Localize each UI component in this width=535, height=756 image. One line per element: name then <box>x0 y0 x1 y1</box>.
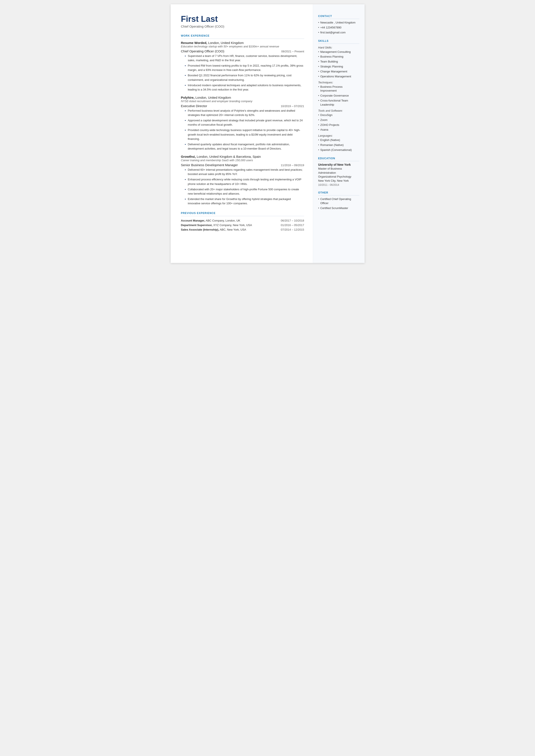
bullet-item-0-3: Introduced modern operational techniques… <box>185 83 304 92</box>
sidebar: CONTACT Newcastle , United Kingdom+44 12… <box>313 4 365 263</box>
company-name-1: Polyhire, London, United Kingdom <box>181 96 304 99</box>
skills-container: Hard Skills:Management ConsultingBusines… <box>318 46 359 152</box>
prev-exp-row-1: Department Supervisor, XYZ Company, New … <box>181 223 304 227</box>
job-dates-2: 11/2018 – 09/2019 <box>281 164 304 167</box>
job-dates-1: 10/2019 – 07/2021 <box>281 104 304 108</box>
bullet-item-2-2: Collaborated with 20+ major stakeholders… <box>185 187 304 196</box>
skills-category-label: Tools and Software: <box>318 109 359 112</box>
resume-page: First Last Chief Operating Officer (COO)… <box>171 4 365 263</box>
other-item-1: Certified ScrumMaster <box>318 206 359 210</box>
company-tagline-2: Career training and membership SaaS with… <box>181 159 304 162</box>
skills-section-title: SKILLS <box>318 40 359 44</box>
edu-school-0: University of New York <box>318 163 359 166</box>
bullet-item-2-3: Extended the market share for Growthsi b… <box>185 197 304 206</box>
company-tagline-0: Education technology startup with 50+ em… <box>181 45 304 48</box>
edu-dates-0: 10/2011 - 06/2014 <box>318 183 359 186</box>
skill-item-2: Cross-functional Team Leadership <box>318 99 359 107</box>
work-experience-section-title: WORK EXPERIENCE <box>181 34 304 39</box>
contact-items: Newcastle , United Kingdom+44 1234567890… <box>318 21 359 35</box>
contact-section-title: CONTACT <box>318 14 359 19</box>
skill-item-1: Corporate Governance <box>318 94 359 98</box>
skill-item-0: Management Consulting <box>318 50 359 54</box>
job-row-2: Senior Business Development Manager11/20… <box>181 163 304 167</box>
prev-exp-dates-1: 01/2016 – 05/2017 <box>261 223 304 227</box>
prev-exp-role-0: Account Manager, ABC Company, London, UK <box>181 218 261 223</box>
job-title-0: Chief Operating Officer (COO) <box>181 49 224 53</box>
previous-experience-table: Account Manager, ABC Company, London, UK… <box>181 218 304 232</box>
contact-item-1: +44 1234567890 <box>318 26 359 30</box>
bullet-item-2-0: Delivered 60+ internal presentations reg… <box>185 168 304 176</box>
bullet-item-1-0: Performed business-level analysis of Pol… <box>185 109 304 117</box>
job-title-2: Senior Business Development Manager <box>181 163 238 167</box>
other-item-0: Certified Chief Operating Officer <box>318 197 359 205</box>
bullet-list-1: Performed business-level analysis of Pol… <box>185 109 304 151</box>
education-entry-0: University of New YorkMaster of Business… <box>318 163 359 186</box>
skill-item-5: Operations Management <box>318 74 359 79</box>
bullet-item-2-1: Enhanced process efficiency while reduci… <box>185 177 304 186</box>
contact-item-2: first.last@gmail.com <box>318 31 359 35</box>
job-title-1: Executive Director <box>181 104 207 108</box>
job-row-0: Chief Operating Officer (COO)08/2021 – P… <box>181 49 304 53</box>
work-entry-0: Resume Worded, London, United KingdomEdu… <box>181 41 304 92</box>
skill-item-1: Business Planning <box>318 55 359 59</box>
edu-location-0: New York City, New York <box>318 179 359 183</box>
bullet-list-2: Delivered 60+ internal presentations reg… <box>185 168 304 206</box>
skill-item-2: Spanish (Conversational) <box>318 148 359 152</box>
education-container: University of New YorkMaster of Business… <box>318 163 359 186</box>
prev-exp-role-1: Department Supervisor, XYZ Company, New … <box>181 223 261 227</box>
other-section-title: OTHER <box>318 191 359 195</box>
bullet-item-1-2: Provided country-wide technology busines… <box>185 128 304 141</box>
candidate-name: First Last <box>181 14 304 24</box>
skills-category-label: Hard Skills: <box>318 46 359 49</box>
edu-degree-0: Master of Business Administration <box>318 167 359 175</box>
previous-experience-section-title: PREVIOUS EXPERIENCE <box>181 211 304 216</box>
contact-item-0: Newcastle , United Kingdom <box>318 21 359 25</box>
work-entries-container: Resume Worded, London, United KingdomEdu… <box>181 41 304 206</box>
prev-exp-dates-2: 07/2014 – 12/2015 <box>261 227 304 232</box>
candidate-subtitle: Chief Operating Officer (COO) <box>181 25 304 28</box>
skill-item-4: Change Management <box>318 70 359 74</box>
prev-exp-dates-0: 06/2017 – 10/2018 <box>261 218 304 223</box>
bullet-item-0-0: Supervised a team of 7 VPs from HR, fina… <box>185 54 304 63</box>
work-entry-2: Growthsi, London, United Kingdom & Barce… <box>181 155 304 206</box>
bullet-item-0-1: Promoted RW from lowest-ranking profits … <box>185 64 304 72</box>
bullet-list-0: Supervised a team of 7 VPs from HR, fina… <box>185 54 304 92</box>
skill-item-3: Strategic Planning <box>318 65 359 69</box>
other-container: Certified Chief Operating OfficerCertifi… <box>318 197 359 210</box>
skill-item-2: ZOHO Projects <box>318 123 359 127</box>
skill-item-0: English (Native) <box>318 138 359 142</box>
edu-field-0: Organizational Psychology <box>318 175 359 179</box>
job-dates-0: 08/2021 – Present <box>281 50 304 53</box>
skill-item-3: Asana <box>318 128 359 132</box>
skill-item-0: DocuSign <box>318 113 359 117</box>
skill-item-0: Business Process Improvement <box>318 85 359 93</box>
bullet-item-1-3: Delivered quarterly updates about fiscal… <box>185 142 304 151</box>
main-column: First Last Chief Operating Officer (COO)… <box>171 4 313 263</box>
skill-item-2: Team Building <box>318 60 359 64</box>
bullet-item-0-2: Boosted Q1 2022 financial performance fr… <box>185 73 304 82</box>
prev-exp-row-2: Sales Associate (Internship), ABC, New Y… <box>181 227 304 232</box>
prev-exp-row-0: Account Manager, ABC Company, London, UK… <box>181 218 304 223</box>
skills-category-label: Languages: <box>318 134 359 137</box>
company-name-0: Resume Worded, London, United Kingdom <box>181 41 304 44</box>
skill-item-1: Romanian (Native) <box>318 143 359 147</box>
job-row-1: Executive Director10/2019 – 07/2021 <box>181 104 304 108</box>
skill-item-1: Zoom <box>318 118 359 122</box>
work-entry-1: Polyhire, London, United KingdomNYSE-lis… <box>181 96 304 151</box>
bullet-item-1-1: Approved a capital development strategy … <box>185 118 304 127</box>
prev-exp-role-2: Sales Associate (Internship), ABC, New Y… <box>181 227 261 232</box>
company-tagline-1: NYSE-listed recruitment and employer bra… <box>181 99 304 103</box>
education-section-title: EDUCATION <box>318 157 359 161</box>
company-name-2: Growthsi, London, United Kingdom & Barce… <box>181 155 304 158</box>
skills-category-label: Techniques: <box>318 81 359 84</box>
